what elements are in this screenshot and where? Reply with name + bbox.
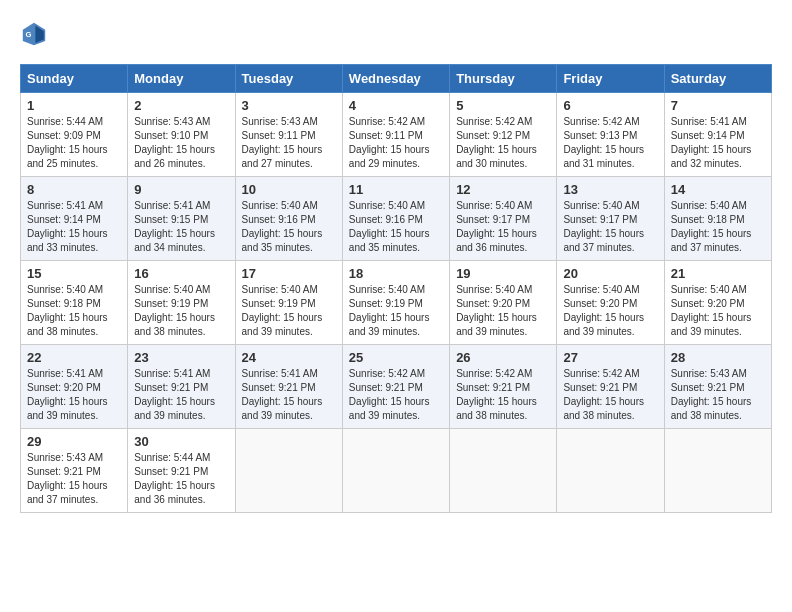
- day-number: 20: [563, 266, 657, 281]
- day-number: 16: [134, 266, 228, 281]
- calendar-cell: 5Sunrise: 5:42 AM Sunset: 9:12 PM Daylig…: [450, 93, 557, 177]
- calendar-cell: 2Sunrise: 5:43 AM Sunset: 9:10 PM Daylig…: [128, 93, 235, 177]
- calendar-cell: 6Sunrise: 5:42 AM Sunset: 9:13 PM Daylig…: [557, 93, 664, 177]
- calendar-cell: 15Sunrise: 5:40 AM Sunset: 9:18 PM Dayli…: [21, 261, 128, 345]
- day-number: 1: [27, 98, 121, 113]
- calendar-table: SundayMondayTuesdayWednesdayThursdayFrid…: [20, 64, 772, 513]
- dow-header-thursday: Thursday: [450, 65, 557, 93]
- calendar-cell: 1Sunrise: 5:44 AM Sunset: 9:09 PM Daylig…: [21, 93, 128, 177]
- day-info: Sunrise: 5:40 AM Sunset: 9:19 PM Dayligh…: [349, 283, 443, 339]
- day-number: 9: [134, 182, 228, 197]
- day-number: 18: [349, 266, 443, 281]
- calendar-cell: 11Sunrise: 5:40 AM Sunset: 9:16 PM Dayli…: [342, 177, 449, 261]
- days-of-week-row: SundayMondayTuesdayWednesdayThursdayFrid…: [21, 65, 772, 93]
- day-info: Sunrise: 5:44 AM Sunset: 9:21 PM Dayligh…: [134, 451, 228, 507]
- calendar-cell: [342, 429, 449, 513]
- calendar-cell: [664, 429, 771, 513]
- day-number: 11: [349, 182, 443, 197]
- day-number: 25: [349, 350, 443, 365]
- day-number: 21: [671, 266, 765, 281]
- day-info: Sunrise: 5:40 AM Sunset: 9:17 PM Dayligh…: [563, 199, 657, 255]
- dow-header-wednesday: Wednesday: [342, 65, 449, 93]
- day-info: Sunrise: 5:44 AM Sunset: 9:09 PM Dayligh…: [27, 115, 121, 171]
- day-info: Sunrise: 5:43 AM Sunset: 9:21 PM Dayligh…: [671, 367, 765, 423]
- day-info: Sunrise: 5:43 AM Sunset: 9:21 PM Dayligh…: [27, 451, 121, 507]
- day-number: 12: [456, 182, 550, 197]
- day-info: Sunrise: 5:42 AM Sunset: 9:21 PM Dayligh…: [349, 367, 443, 423]
- calendar-cell: 17Sunrise: 5:40 AM Sunset: 9:19 PM Dayli…: [235, 261, 342, 345]
- calendar-cell: 10Sunrise: 5:40 AM Sunset: 9:16 PM Dayli…: [235, 177, 342, 261]
- day-info: Sunrise: 5:41 AM Sunset: 9:14 PM Dayligh…: [27, 199, 121, 255]
- dow-header-monday: Monday: [128, 65, 235, 93]
- day-info: Sunrise: 5:41 AM Sunset: 9:15 PM Dayligh…: [134, 199, 228, 255]
- calendar-cell: 26Sunrise: 5:42 AM Sunset: 9:21 PM Dayli…: [450, 345, 557, 429]
- calendar-cell: [557, 429, 664, 513]
- day-info: Sunrise: 5:42 AM Sunset: 9:12 PM Dayligh…: [456, 115, 550, 171]
- calendar-cell: 29Sunrise: 5:43 AM Sunset: 9:21 PM Dayli…: [21, 429, 128, 513]
- calendar-cell: [235, 429, 342, 513]
- dow-header-friday: Friday: [557, 65, 664, 93]
- day-number: 17: [242, 266, 336, 281]
- calendar-week-4: 22Sunrise: 5:41 AM Sunset: 9:20 PM Dayli…: [21, 345, 772, 429]
- calendar-week-3: 15Sunrise: 5:40 AM Sunset: 9:18 PM Dayli…: [21, 261, 772, 345]
- calendar-cell: 25Sunrise: 5:42 AM Sunset: 9:21 PM Dayli…: [342, 345, 449, 429]
- day-info: Sunrise: 5:40 AM Sunset: 9:16 PM Dayligh…: [242, 199, 336, 255]
- day-info: Sunrise: 5:40 AM Sunset: 9:20 PM Dayligh…: [563, 283, 657, 339]
- day-number: 24: [242, 350, 336, 365]
- calendar-cell: 23Sunrise: 5:41 AM Sunset: 9:21 PM Dayli…: [128, 345, 235, 429]
- day-number: 2: [134, 98, 228, 113]
- dow-header-sunday: Sunday: [21, 65, 128, 93]
- calendar-cell: 30Sunrise: 5:44 AM Sunset: 9:21 PM Dayli…: [128, 429, 235, 513]
- calendar-cell: 20Sunrise: 5:40 AM Sunset: 9:20 PM Dayli…: [557, 261, 664, 345]
- day-info: Sunrise: 5:41 AM Sunset: 9:21 PM Dayligh…: [242, 367, 336, 423]
- day-info: Sunrise: 5:40 AM Sunset: 9:20 PM Dayligh…: [456, 283, 550, 339]
- calendar-cell: 14Sunrise: 5:40 AM Sunset: 9:18 PM Dayli…: [664, 177, 771, 261]
- day-info: Sunrise: 5:42 AM Sunset: 9:13 PM Dayligh…: [563, 115, 657, 171]
- day-info: Sunrise: 5:42 AM Sunset: 9:21 PM Dayligh…: [563, 367, 657, 423]
- calendar-cell: 21Sunrise: 5:40 AM Sunset: 9:20 PM Dayli…: [664, 261, 771, 345]
- calendar-cell: 16Sunrise: 5:40 AM Sunset: 9:19 PM Dayli…: [128, 261, 235, 345]
- calendar-cell: 22Sunrise: 5:41 AM Sunset: 9:20 PM Dayli…: [21, 345, 128, 429]
- day-number: 29: [27, 434, 121, 449]
- calendar-cell: 9Sunrise: 5:41 AM Sunset: 9:15 PM Daylig…: [128, 177, 235, 261]
- day-info: Sunrise: 5:40 AM Sunset: 9:18 PM Dayligh…: [27, 283, 121, 339]
- day-number: 27: [563, 350, 657, 365]
- calendar-cell: 18Sunrise: 5:40 AM Sunset: 9:19 PM Dayli…: [342, 261, 449, 345]
- day-number: 15: [27, 266, 121, 281]
- day-info: Sunrise: 5:40 AM Sunset: 9:16 PM Dayligh…: [349, 199, 443, 255]
- dow-header-saturday: Saturday: [664, 65, 771, 93]
- day-info: Sunrise: 5:41 AM Sunset: 9:20 PM Dayligh…: [27, 367, 121, 423]
- calendar-cell: 8Sunrise: 5:41 AM Sunset: 9:14 PM Daylig…: [21, 177, 128, 261]
- calendar-cell: 19Sunrise: 5:40 AM Sunset: 9:20 PM Dayli…: [450, 261, 557, 345]
- calendar-cell: [450, 429, 557, 513]
- day-number: 7: [671, 98, 765, 113]
- day-number: 14: [671, 182, 765, 197]
- calendar-body: 1Sunrise: 5:44 AM Sunset: 9:09 PM Daylig…: [21, 93, 772, 513]
- day-number: 6: [563, 98, 657, 113]
- day-info: Sunrise: 5:40 AM Sunset: 9:17 PM Dayligh…: [456, 199, 550, 255]
- day-info: Sunrise: 5:42 AM Sunset: 9:21 PM Dayligh…: [456, 367, 550, 423]
- calendar-week-2: 8Sunrise: 5:41 AM Sunset: 9:14 PM Daylig…: [21, 177, 772, 261]
- day-info: Sunrise: 5:40 AM Sunset: 9:19 PM Dayligh…: [242, 283, 336, 339]
- day-info: Sunrise: 5:41 AM Sunset: 9:21 PM Dayligh…: [134, 367, 228, 423]
- day-number: 30: [134, 434, 228, 449]
- day-number: 13: [563, 182, 657, 197]
- dow-header-tuesday: Tuesday: [235, 65, 342, 93]
- day-info: Sunrise: 5:43 AM Sunset: 9:10 PM Dayligh…: [134, 115, 228, 171]
- logo: G: [20, 20, 52, 48]
- day-info: Sunrise: 5:40 AM Sunset: 9:18 PM Dayligh…: [671, 199, 765, 255]
- day-info: Sunrise: 5:40 AM Sunset: 9:20 PM Dayligh…: [671, 283, 765, 339]
- header: G: [20, 20, 772, 48]
- day-info: Sunrise: 5:43 AM Sunset: 9:11 PM Dayligh…: [242, 115, 336, 171]
- logo-icon: G: [20, 20, 48, 48]
- svg-text:G: G: [26, 30, 32, 39]
- calendar-week-1: 1Sunrise: 5:44 AM Sunset: 9:09 PM Daylig…: [21, 93, 772, 177]
- day-info: Sunrise: 5:41 AM Sunset: 9:14 PM Dayligh…: [671, 115, 765, 171]
- calendar-cell: 7Sunrise: 5:41 AM Sunset: 9:14 PM Daylig…: [664, 93, 771, 177]
- calendar-cell: 12Sunrise: 5:40 AM Sunset: 9:17 PM Dayli…: [450, 177, 557, 261]
- day-number: 10: [242, 182, 336, 197]
- day-number: 8: [27, 182, 121, 197]
- day-number: 3: [242, 98, 336, 113]
- day-number: 28: [671, 350, 765, 365]
- calendar-cell: 4Sunrise: 5:42 AM Sunset: 9:11 PM Daylig…: [342, 93, 449, 177]
